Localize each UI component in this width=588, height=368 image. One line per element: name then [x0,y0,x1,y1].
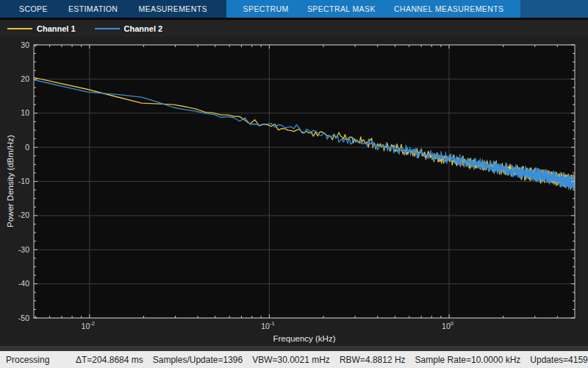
status-stat: RBW=4.8812 Hz [340,355,406,365]
spectrum-plot[interactable]: Power Density (dBm/Hz) Frequency (kHz) 1… [0,37,588,346]
status-stat: Sample Rate=10.0000 kHz [415,355,521,365]
legend: Channel 1Channel 2 [0,20,588,37]
y-tick-label: -30 [18,245,29,254]
toolbar-active-tab-group: SPECTRUMSPECTRAL MASKCHANNEL MEASUREMENT… [226,0,520,18]
tab-spectral-mask[interactable]: SPECTRAL MASK [307,4,376,13]
x-tick-label: 10-2 [82,320,95,330]
y-tick-label: -10 [18,177,29,185]
legend-item-channel-1[interactable]: Channel 1 [7,24,76,33]
tab-measurements[interactable]: MEASUREMENTS [138,4,207,13]
y-tick-label: 20 [21,74,29,83]
processing-status: Processing [6,355,76,365]
legend-item-channel-2[interactable]: Channel 2 [95,24,163,33]
y-tick-label: -50 [18,314,29,322]
status-stat: Samples/Update=1396 [153,355,243,365]
x-tick-label: 100 [442,320,453,330]
legend-line-sample [7,28,32,29]
y-tick-label: -40 [18,279,29,288]
status-bar-divider [0,346,588,351]
x-axis-label: Frequency (kHz) [273,334,336,343]
y-axis-label: Power Density (dBm/Hz) [6,135,15,227]
y-tick-label: -20 [18,210,29,219]
toolbar-inactive-tab-group: SCOPEESTIMATIONMEASUREMENTS [0,0,226,18]
toolbar: SCOPEESTIMATIONMEASUREMENTS SPECTRUMSPEC… [0,0,588,18]
tab-channel-measurements[interactable]: CHANNEL MEASUREMENTS [394,4,503,13]
y-tick-label: 30 [21,40,29,49]
legend-label: Channel 2 [124,24,163,33]
x-tick-label: 10-1 [261,320,274,330]
status-stat: VBW=30.0021 mHz [252,355,330,365]
tab-scope[interactable]: SCOPE [19,4,48,13]
legend-line-sample [95,28,120,29]
tab-estimation[interactable]: ESTIMATION [68,4,118,13]
toolbar-right-section: ? [520,0,588,18]
status-bar: Processing ΔT=204.8684 msSamples/Update=… [0,351,588,368]
y-tick-label: 10 [21,108,29,117]
status-stat: ΔT=204.8684 ms [76,355,143,365]
tab-spectrum[interactable]: SPECTRUM [243,4,289,13]
status-stat: Updates=41596 [530,355,588,365]
y-tick-label: 0 [25,143,29,152]
figure-area: Power Density (dBm/Hz) Frequency (kHz) 1… [0,37,588,346]
measurement-stats: ΔT=204.8684 msSamples/Update=1396VBW=30.… [76,355,588,365]
legend-label: Channel 1 [37,24,76,33]
